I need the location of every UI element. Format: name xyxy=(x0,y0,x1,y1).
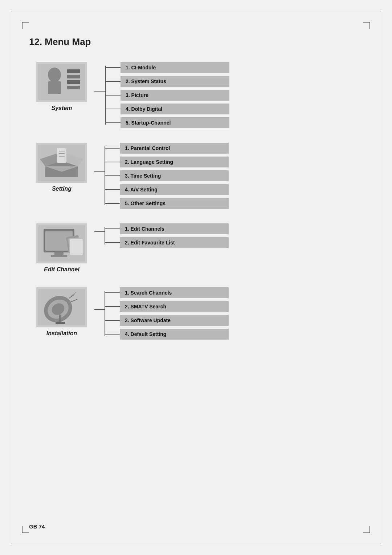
editchannel-connector: 1. Edit Channels 2. Edit Favourite List xyxy=(94,223,363,248)
corner-mark-br xyxy=(363,526,370,533)
setting-item-1: 1. Parental Control xyxy=(105,143,363,154)
setting-label: Setting xyxy=(52,186,72,192)
corner-mark-tr xyxy=(363,22,370,29)
system-item-4: 4. Dolby Digital xyxy=(106,104,363,114)
system-item-box-2: 2. System Status xyxy=(121,76,229,87)
svg-rect-12 xyxy=(57,148,66,163)
installation-item-2: 2. SMATV Search xyxy=(105,301,363,312)
system-item-box-5: 5. Startup-Channel xyxy=(121,117,229,128)
editchannel-icon-group: Edit Channel xyxy=(29,223,94,273)
svg-rect-23 xyxy=(70,239,83,255)
installation-icon-group: Installation xyxy=(29,287,94,337)
system-item-2: 2. System Status xyxy=(106,76,363,87)
system-item-box-3: 3. Picture xyxy=(121,90,229,101)
svg-rect-3 xyxy=(67,69,80,73)
editchannel-item-1: 1. Edit Channels xyxy=(105,223,363,234)
editchannel-item-box-2: 2. Edit Favourite List xyxy=(120,237,229,248)
svg-rect-4 xyxy=(67,75,80,78)
setting-item-box-5: 5. Other Settings xyxy=(120,198,229,209)
svg-rect-29 xyxy=(56,322,65,324)
installation-item-box-3: 3. Software Update xyxy=(120,315,229,326)
svg-rect-6 xyxy=(67,86,80,89)
setting-item-box-3: 3. Time Setting xyxy=(120,170,229,181)
installation-connector: 1. Search Channels 2. SMATV Search xyxy=(94,287,363,340)
setting-item-3: 3. Time Setting xyxy=(105,170,363,181)
corner-mark-tl xyxy=(22,22,29,29)
svg-rect-5 xyxy=(67,80,80,84)
installation-item-1: 1. Search Channels xyxy=(105,287,363,298)
setting-item-2: 2. Language Setting xyxy=(105,157,363,167)
installation-section: Installation 1. Search Channels xyxy=(29,287,363,340)
page-title: 12. Menu Map xyxy=(29,36,363,48)
installation-item-box-2: 2. SMATV Search xyxy=(120,301,229,312)
setting-connector: 1. Parental Control 2. Language Setting xyxy=(94,143,363,209)
editchannel-item-2: 2. Edit Favourite List xyxy=(105,237,363,248)
installation-item-3: 3. Software Update xyxy=(105,315,363,326)
installation-item-box-1: 1. Search Channels xyxy=(120,287,229,298)
setting-icon xyxy=(36,143,87,183)
setting-item-box-4: 4. A/V Setting xyxy=(120,184,229,195)
setting-item-5: 5. Other Settings xyxy=(105,198,363,209)
setting-item-4: 4. A/V Setting xyxy=(105,184,363,195)
editchannel-icon-svg xyxy=(38,225,85,262)
svg-point-1 xyxy=(48,68,61,82)
editchannel-item-box-1: 1. Edit Channels xyxy=(120,223,229,234)
installation-item-box-4: 4. Default Setting xyxy=(120,329,229,340)
setting-section: Setting 1. Parental Control xyxy=(29,143,363,209)
system-icon xyxy=(36,62,87,102)
system-item-box-4: 4. Dolby Digital xyxy=(121,104,229,114)
system-section: System xyxy=(29,62,363,128)
menu-map-container: System xyxy=(29,62,363,340)
installation-label: Installation xyxy=(46,330,77,337)
setting-item-box-2: 2. Language Setting xyxy=(120,157,229,167)
system-item-3: 3. Picture xyxy=(106,90,363,101)
editchannel-section: Edit Channel 1. Edit Channels xyxy=(29,223,363,273)
system-item-5: 5. Startup-Channel xyxy=(106,117,363,128)
system-item-box-1: 1. CI-Module xyxy=(121,62,229,73)
setting-icon-svg xyxy=(38,145,85,181)
system-item-1: 1. CI-Module xyxy=(106,62,363,73)
system-connector: 1. CI-Module 2. System Status xyxy=(94,62,363,128)
setting-item-box-1: 1. Parental Control xyxy=(120,143,229,154)
page-footer: GB 74 xyxy=(29,523,45,530)
editchannel-icon xyxy=(36,223,87,263)
setting-icon-group: Setting xyxy=(29,143,94,192)
system-icon-group: System xyxy=(29,62,94,112)
installation-icon xyxy=(36,287,87,327)
installation-item-4: 4. Default Setting xyxy=(105,329,363,340)
installation-icon-svg xyxy=(38,289,85,325)
editchannel-label: Edit Channel xyxy=(44,266,79,273)
svg-rect-2 xyxy=(48,81,61,94)
svg-rect-20 xyxy=(51,255,67,257)
corner-mark-bl xyxy=(22,526,29,533)
system-icon-svg xyxy=(38,64,85,100)
system-label: System xyxy=(52,105,72,112)
